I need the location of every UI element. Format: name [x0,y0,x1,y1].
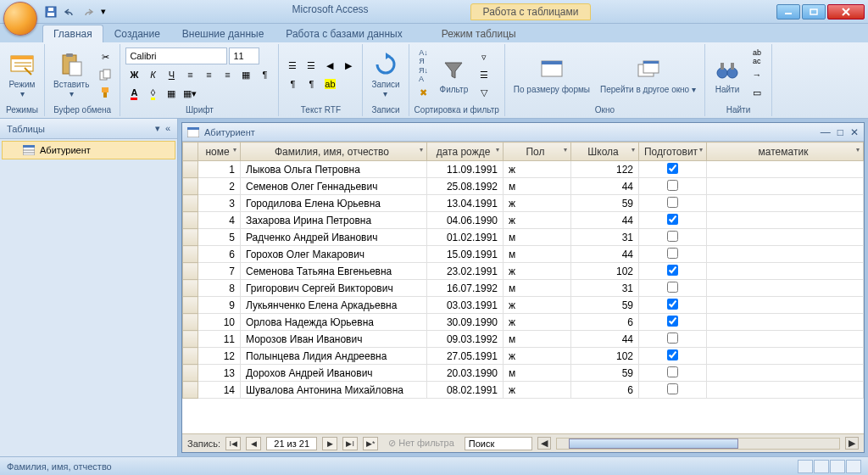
table-row[interactable]: 11Морозов Иван Иванович09.03.1992м44 [183,331,864,348]
cell-id[interactable]: 13 [198,365,241,382]
cell-school[interactable]: 44 [571,178,639,195]
prep-checkbox[interactable] [667,231,678,242]
cell-math[interactable] [707,348,864,365]
cell-school[interactable]: 102 [571,263,639,280]
cell-school[interactable]: 31 [571,229,639,246]
nav-item-abiturient[interactable]: Абитуриент [2,141,175,159]
cell-id[interactable]: 14 [198,382,241,399]
cell-school[interactable]: 44 [571,246,639,263]
close-button[interactable] [827,4,865,20]
cell-sex[interactable]: ж [504,382,571,399]
select-icon[interactable]: ▭ [748,84,766,101]
cell-sex[interactable]: м [504,246,571,263]
cell-dob[interactable]: 25.08.1992 [427,178,504,195]
italic-button[interactable]: К [144,66,161,83]
cell-dob[interactable]: 16.07.1992 [427,280,504,297]
indent-dec-icon[interactable]: ◀ [321,58,338,75]
row-selector[interactable] [183,382,198,399]
cell-prep[interactable] [639,280,707,297]
cell-prep[interactable] [639,348,707,365]
table-row[interactable]: 7Семенова Татьяна Евгеньевна23.02.1991ж1… [183,263,864,280]
doc-minimize-icon[interactable]: — [821,126,831,138]
cell-dob[interactable]: 13.04.1991 [427,195,504,212]
next-record-button[interactable]: ▶ [322,437,337,450]
fill-color-icon[interactable]: ◊ [144,85,161,102]
cell-school[interactable]: 44 [571,212,639,229]
prev-record-button[interactable]: ◀ [246,437,261,450]
cell-id[interactable]: 3 [198,195,241,212]
cell-math[interactable] [707,161,864,178]
align-left-icon[interactable]: ≡ [181,66,198,83]
copy-icon[interactable] [96,66,114,83]
cell-dob[interactable]: 04.06.1990 [427,212,504,229]
cell-fio[interactable]: Орлова Надежда Юрьевна [241,314,427,331]
row-selector[interactable] [183,229,198,246]
row-selector[interactable] [183,263,198,280]
paste-button[interactable]: Вставить▾ [50,49,92,100]
cell-dob[interactable]: 01.02.1991 [427,229,504,246]
cell-prep[interactable] [639,161,707,178]
column-header[interactable]: дата рожде▾ [427,142,504,161]
fit-form-button[interactable]: По размеру формы [510,54,593,96]
cell-school[interactable]: 59 [571,365,639,382]
switch-window-button[interactable]: Перейти в другое окно ▾ [597,54,699,96]
row-selector[interactable] [183,331,198,348]
cell-id[interactable]: 10 [198,314,241,331]
minimize-button[interactable] [776,4,800,20]
row-selector[interactable] [183,297,198,314]
cell-prep[interactable] [639,212,707,229]
prep-checkbox[interactable] [667,197,678,208]
cell-fio[interactable]: Горохов Олег Макарович [241,246,427,263]
cell-school[interactable]: 31 [571,280,639,297]
cell-id[interactable]: 8 [198,280,241,297]
cut-icon[interactable]: ✂ [96,48,114,65]
highlight-icon[interactable]: ab [321,75,338,92]
undo-icon[interactable] [61,3,78,20]
cell-fio[interactable]: Дорохов Андрей Иванович [241,365,427,382]
selection-filter-icon[interactable]: ▿ [475,48,493,65]
cell-dob[interactable]: 08.02.1991 [427,382,504,399]
cell-school[interactable]: 59 [571,297,639,314]
cell-prep[interactable] [639,297,707,314]
advanced-filter-icon[interactable]: ☰ [475,66,493,83]
last-record-button[interactable]: ▶I [342,437,358,450]
doc-maximize-icon[interactable]: □ [837,126,843,138]
row-selector[interactable] [183,314,198,331]
cell-math[interactable] [707,314,864,331]
underline-button[interactable]: Ч [163,66,180,83]
ltr-icon[interactable]: ¶ [256,66,273,83]
cell-sex[interactable]: м [504,229,571,246]
cell-school[interactable]: 59 [571,195,639,212]
cell-school[interactable]: 102 [571,348,639,365]
tab-datasheet[interactable]: Режим таблицы [431,25,527,42]
row-selector[interactable] [183,246,198,263]
table-row[interactable]: 14Шувалова Антонина Михайловна08.02.1991… [183,382,864,399]
font-size-select[interactable] [229,48,259,64]
bullets-icon[interactable]: ☰ [284,58,301,75]
align-center-icon[interactable]: ≡ [200,66,217,83]
cell-fio[interactable]: Радченко Андрей Иванович [241,229,427,246]
prep-checkbox[interactable] [667,282,678,293]
table-row[interactable]: 1Лыкова Ольга Петровна11.09.1991ж122 [183,161,864,178]
cell-fio[interactable]: Шувалова Антонина Михайловна [241,382,427,399]
hscroll-left-icon[interactable]: ◀ [537,437,551,450]
cell-fio[interactable]: Городилова Елена Юрьевна [241,195,427,212]
cell-fio[interactable]: Семенова Татьяна Евгеньевна [241,263,427,280]
cell-math[interactable] [707,195,864,212]
cell-school[interactable]: 44 [571,331,639,348]
font-color-icon[interactable]: A [125,85,142,102]
cell-dob[interactable]: 23.02.1991 [427,263,504,280]
column-header[interactable]: Школа▾ [571,142,639,161]
record-position-input[interactable] [266,437,317,450]
first-record-button[interactable]: I◀ [225,437,241,450]
cell-math[interactable] [707,246,864,263]
cell-math[interactable] [707,382,864,399]
cell-dob[interactable]: 09.03.1992 [427,331,504,348]
datasheet-view-button[interactable] [798,460,813,473]
prep-checkbox[interactable] [667,349,678,360]
office-button[interactable] [3,2,37,36]
qat-dropdown-icon[interactable]: ▾ [98,3,108,20]
table-row[interactable]: 3Городилова Елена Юрьевна13.04.1991ж59 [183,195,864,212]
row-selector[interactable] [183,195,198,212]
table-row[interactable]: 9Лукьянченко Елена Аркадьевна03.03.1991ж… [183,297,864,314]
